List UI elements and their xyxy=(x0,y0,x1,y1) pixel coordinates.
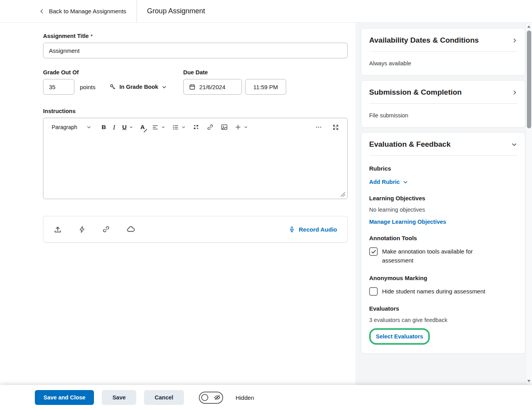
availability-panel-header[interactable]: Availability Dates & Conditions xyxy=(369,36,517,45)
assignment-title-label: Assignment Title * xyxy=(43,33,355,39)
link-icon xyxy=(102,225,110,233)
hidden-label: Hidden xyxy=(236,394,254,401)
lightning-icon xyxy=(78,226,86,233)
no-learning-objectives-text: No learning objectives xyxy=(369,207,517,213)
paragraph-style-dropdown[interactable]: Paragraph xyxy=(48,122,95,133)
underline-dropdown[interactable]: U xyxy=(119,122,137,133)
attach-weblink-button[interactable] xyxy=(102,225,110,233)
anonymous-marking-checkbox-label: Hide student names during assessment xyxy=(382,287,485,296)
insert-more-dropdown[interactable] xyxy=(231,122,251,133)
settings-sidebar: Availability Dates & Conditions Always a… xyxy=(355,23,532,385)
add-rubric-dropdown[interactable]: Add Rubric xyxy=(369,179,408,185)
italic-button[interactable]: I xyxy=(110,122,119,133)
record-audio-button[interactable]: Record Audio xyxy=(289,226,337,233)
top-header: Back to Manage Assignments Group Assignm… xyxy=(0,0,532,23)
italic-icon: I xyxy=(113,124,115,131)
select-evaluators-link[interactable]: Select Evaluators xyxy=(376,333,423,340)
rich-text-editor: Paragraph B I U xyxy=(43,118,348,199)
scrollbar-thumb[interactable] xyxy=(527,31,531,128)
annotation-tools-label: Annotation Tools xyxy=(369,235,517,241)
insert-stuff-button[interactable] xyxy=(189,121,203,133)
due-time-value: 11:59 PM xyxy=(253,84,278,90)
select-evaluators-label: Select Evaluators xyxy=(376,333,423,340)
chevron-down-icon xyxy=(403,180,408,185)
attach-existing-activity-button[interactable] xyxy=(78,226,86,233)
list-dropdown[interactable] xyxy=(169,122,189,133)
quicklink-button[interactable] xyxy=(203,121,217,133)
due-date-label: Due Date xyxy=(183,69,286,76)
select-evaluators-highlight: Select Evaluators xyxy=(369,328,430,345)
assignment-title-field: Assignment Title * xyxy=(43,33,355,58)
alignment-dropdown[interactable] xyxy=(148,122,169,133)
attach-cloud-file-button[interactable] xyxy=(126,225,135,234)
required-asterisk: * xyxy=(91,33,93,39)
paragraph-style-value: Paragraph xyxy=(52,124,77,130)
fullscreen-button[interactable] xyxy=(329,122,343,133)
key-icon xyxy=(110,84,116,90)
assignment-title-label-text: Assignment Title xyxy=(43,33,89,39)
assignment-form: Assignment Title * Grade Out Of points xyxy=(0,23,355,385)
grade-due-row: Grade Out Of points In Grade Book xyxy=(43,69,355,95)
submission-summary: File submission xyxy=(369,112,517,119)
due-date-picker[interactable]: 21/6/2024 xyxy=(183,79,242,95)
points-label: points xyxy=(80,84,96,90)
save-button[interactable]: Save xyxy=(102,390,136,405)
scroll-down-arrow-icon[interactable] xyxy=(527,380,530,382)
insert-image-button[interactable] xyxy=(217,121,231,133)
back-to-manage-assignments-link[interactable]: Back to Manage Assignments xyxy=(39,8,126,14)
ellipsis-icon xyxy=(315,124,322,131)
bold-button[interactable]: B xyxy=(98,122,109,133)
resize-handle[interactable] xyxy=(341,192,345,197)
header-divider xyxy=(137,0,137,22)
submission-panel-header[interactable]: Submission & Completion xyxy=(369,88,517,97)
chevron-down-icon xyxy=(244,125,248,129)
image-icon xyxy=(221,124,228,131)
evaluators-info-text: 3 evaluators can give feedback xyxy=(369,317,517,323)
attachments-bar: Record Audio xyxy=(43,216,348,243)
due-date-group: Due Date 21/6/2024 11:59 PM xyxy=(183,69,286,95)
anonymous-marking-checkbox-row: Hide student names during assessment xyxy=(369,287,494,296)
panel-divider xyxy=(369,51,517,52)
add-rubric-label: Add Rubric xyxy=(369,179,400,185)
in-grade-book-dropdown[interactable]: In Grade Book xyxy=(110,84,167,90)
assignment-editor-page: Back to Manage Assignments Group Assignm… xyxy=(0,0,532,410)
page-body: Assignment Title * Grade Out Of points xyxy=(0,23,532,385)
file-upload-button[interactable] xyxy=(54,225,62,234)
grade-value-input[interactable] xyxy=(43,79,74,95)
chevron-down-icon xyxy=(161,125,165,129)
manage-learning-objectives-label: Manage Learning Objectives xyxy=(369,219,446,225)
anonymous-marking-label: Anonymous Marking xyxy=(369,275,517,281)
cloud-icon xyxy=(126,225,135,234)
due-time-picker[interactable]: 11:59 PM xyxy=(245,79,286,95)
due-date-value: 21/6/2024 xyxy=(199,84,225,90)
evaluation-panel-header[interactable]: Evaluation & Feedback xyxy=(369,140,517,149)
link-icon xyxy=(207,124,214,131)
instructions-label: Instructions xyxy=(43,108,355,114)
bullet-list-icon xyxy=(172,124,179,131)
visibility-toggle[interactable] xyxy=(199,392,223,404)
annotation-tools-checkbox[interactable] xyxy=(369,247,378,256)
font-format-button[interactable]: A xyxy=(137,122,148,133)
panel-divider xyxy=(369,155,517,156)
grade-out-of-group: Grade Out Of points In Grade Book xyxy=(43,69,183,95)
editor-content[interactable] xyxy=(43,138,347,199)
back-link-label: Back to Manage Assignments xyxy=(49,8,126,14)
availability-panel-title: Availability Dates & Conditions xyxy=(369,36,479,45)
toggle-knob xyxy=(201,394,208,401)
assignment-title-input[interactable] xyxy=(43,43,348,58)
save-and-close-button[interactable]: Save and Close xyxy=(35,390,94,405)
attachment-buttons xyxy=(54,225,135,234)
sidebar-scrollbar[interactable] xyxy=(525,23,532,385)
scroll-up-arrow-icon[interactable] xyxy=(527,25,530,28)
anonymous-marking-checkbox[interactable] xyxy=(369,287,378,296)
fullscreen-icon xyxy=(332,124,339,131)
availability-summary: Always available xyxy=(369,60,517,67)
font-color-icon: A xyxy=(140,124,144,130)
toolbar-overflow-button[interactable] xyxy=(312,121,326,133)
action-footer: Save and Close Save Cancel Hidden xyxy=(0,385,532,410)
manage-learning-objectives-link[interactable]: Manage Learning Objectives xyxy=(369,219,446,225)
evaluation-panel: Evaluation & Feedback Rubrics Add Rubric xyxy=(361,132,525,354)
cancel-button[interactable]: Cancel xyxy=(144,390,184,405)
instructions-field: Instructions Paragraph B I xyxy=(43,108,355,199)
editor-toolbar: Paragraph B I U xyxy=(43,118,347,135)
